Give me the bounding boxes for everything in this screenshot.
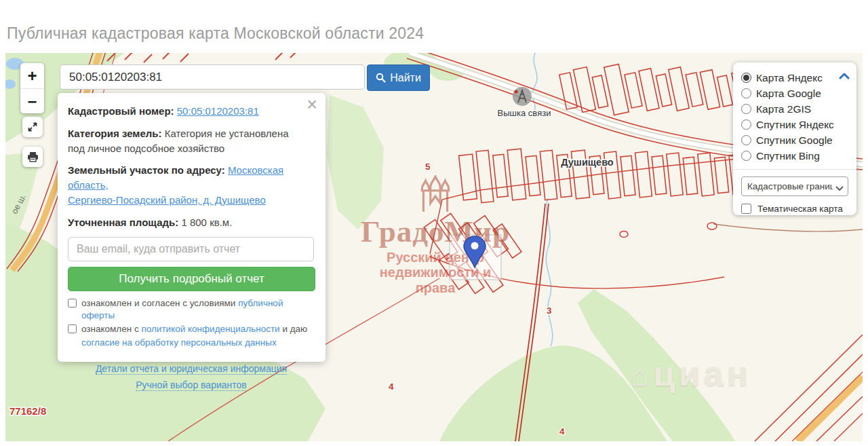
panel-collapse-button[interactable] [839, 70, 850, 82]
basemap-option-2gis-map[interactable]: Карта 2GIS [741, 102, 848, 116]
basemap-option-yandex-sat[interactable]: Спутник Яндекс [741, 117, 848, 132]
parcel-code-label: 77162/8 [9, 405, 46, 417]
area-row: Уточненная площадь: 1 800 кв.м. [68, 215, 315, 230]
consent-offer-text: ознакомлен и согласен с условиями публич… [81, 297, 315, 322]
overlay-select[interactable]: Кадастровые границы [741, 176, 848, 196]
personal-data-link[interactable]: согласие на обработку персональных данны… [81, 337, 277, 348]
dirt-road [713, 224, 863, 231]
panel-divider [733, 169, 856, 170]
report-details-link[interactable]: Детали отчета и юридическая информация [96, 363, 287, 375]
quarter-number-4a: 4 [389, 382, 394, 392]
close-icon[interactable]: × [307, 96, 317, 114]
consent-offer-checkbox[interactable] [68, 299, 77, 308]
manual-choice-link[interactable]: Ручной выбор вариантов [136, 379, 247, 391]
basemap-option-google-map[interactable]: Карта Google [741, 86, 848, 100]
quarter-number-4b: 4 [559, 426, 565, 436]
cadastral-number-row: Кадастровый номер: 50:05:0120203:81 [68, 104, 315, 119]
consent-offer-row: ознакомлен и согласен с условиями публич… [68, 297, 315, 322]
zoom-out-button[interactable]: − [20, 88, 44, 113]
expand-icon [27, 122, 38, 132]
address-row: Земельный участок по адресу: Московская … [68, 163, 315, 207]
search-icon [376, 73, 386, 83]
basemap-option-yandex-map[interactable]: Карта Яндекс [741, 71, 848, 85]
search-button[interactable]: Найти [367, 64, 430, 91]
land-category-row: Категория земель: Категория не установле… [68, 126, 315, 156]
consent-privacy-text: ознакомлен с политикой конфиденциальност… [81, 323, 307, 335]
quarter-number-3: 3 [547, 305, 552, 316]
basemap-option-bing-sat[interactable]: Спутник Bing [741, 149, 848, 163]
chevron-up-icon [839, 73, 850, 79]
card-footer-links: Детали отчета и юридическая информация Р… [68, 360, 315, 393]
address-link-district[interactable]: Сергиево-Посадский район, д. Душищево [68, 194, 266, 206]
village-label: Душищево [561, 157, 614, 168]
tower-label: Вышка связи [498, 108, 551, 118]
land-category-label: Категория земель: [68, 128, 161, 139]
hatch-marks [107, 53, 298, 62]
email-field[interactable] [68, 237, 314, 261]
comm-tower-icon [513, 87, 532, 106]
page-title: Публичная кадастровая карта Московской о… [7, 24, 424, 43]
area-label: Уточненная площадь: [68, 217, 178, 228]
printer-icon [27, 151, 39, 162]
search-input[interactable] [60, 64, 365, 90]
get-report-button[interactable]: Получить подробный отчет [68, 267, 315, 291]
zoom-in-button[interactable]: + [20, 63, 44, 88]
overlay-select-wrap: Кадастровые границы [741, 176, 848, 196]
cadastral-number-label: Кадастровый номер: [68, 105, 174, 117]
consent-personal-data-line: согласие на обработку персональных данны… [81, 337, 315, 349]
basemap-option-google-sat[interactable]: Спутник Google [741, 133, 848, 147]
thematic-map-toggle[interactable]: Тематическая карта [741, 204, 848, 214]
fullscreen-button[interactable] [22, 117, 43, 137]
zoom-controls: + − [20, 63, 44, 113]
print-button[interactable] [22, 147, 43, 167]
consent-privacy-checkbox[interactable] [68, 324, 77, 333]
search-button-label: Найти [390, 72, 421, 84]
land-category-value-2: под личное подсобное хозяйство [68, 141, 315, 156]
layer-panel: Карта Яндекс Карта Google Карта 2GIS Спу… [733, 62, 856, 215]
thematic-map-checkbox[interactable] [741, 204, 751, 214]
consent-privacy-row: ознакомлен с политикой конфиденциальност… [68, 323, 315, 335]
corner-highway [755, 335, 863, 441]
address-label: Земельный участок по адресу: [68, 164, 225, 176]
area-value: 1 800 кв.м. [181, 217, 232, 228]
quarter-number-5: 5 [425, 162, 431, 172]
privacy-policy-link[interactable]: политикой конфиденциальности [141, 324, 279, 334]
land-category-value: Категория не установлена [165, 128, 289, 139]
cadastral-number-link[interactable]: 50:05:0120203:81 [177, 105, 259, 117]
location-pin-icon[interactable] [454, 234, 495, 273]
page: Публичная кадастровая карта Московской о… [0, 0, 868, 446]
parcel-info-card: × Кадастровый номер: 50:05:0120203:81 Ка… [58, 93, 326, 362]
